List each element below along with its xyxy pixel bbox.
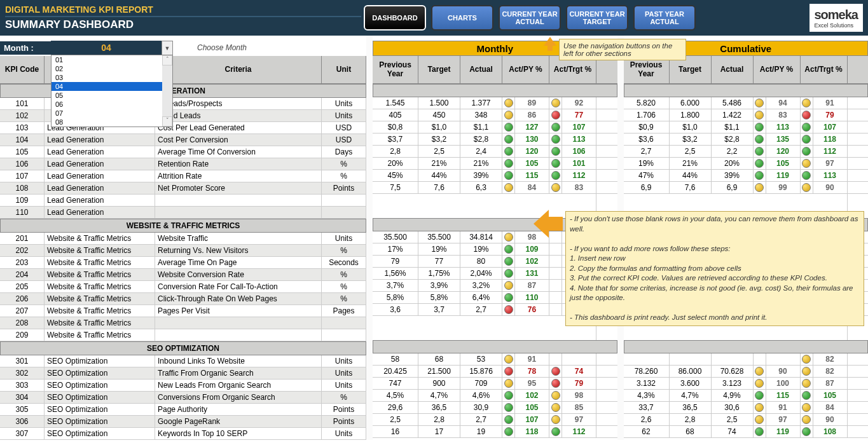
nav-dashboard[interactable]: DASHBOARD: [364, 5, 426, 31]
status-dot: [802, 427, 811, 436]
kpi-criteria: Cost Per Lead Generated: [155, 122, 322, 134]
kpi-category: Website & Traffic Metrics: [45, 245, 155, 257]
dropdown-toggle[interactable]: ▼: [162, 41, 173, 56]
kpi-code: 107: [0, 170, 45, 182]
data-row: 5.8206.0005.4869491: [624, 97, 869, 109]
scroll-up-icon[interactable]: ˄: [162, 55, 172, 65]
kpi-code: 105: [0, 146, 45, 158]
kpi-category: SEO Optimization: [45, 392, 155, 404]
table-row: 306SEO OptimizationGoogle PageRankPoints: [0, 416, 366, 428]
data-row: 33,736,530,69184: [624, 402, 869, 414]
nav-current-year-target[interactable]: CURRENT YEAR TARGET: [566, 5, 628, 31]
nav-charts[interactable]: CHARTS: [431, 5, 493, 31]
status-dot: [802, 111, 811, 120]
kpi-code: 202: [0, 245, 45, 257]
status-dot: [551, 171, 560, 180]
table-row: 301SEO OptimizationInbound Links To Webs…: [0, 355, 366, 367]
kpi-code: 109: [0, 195, 45, 207]
table-row: 205Website & Traffic MetricsConversion R…: [0, 281, 366, 293]
kpi-code: 106: [0, 158, 45, 170]
month-option[interactable]: 01: [52, 55, 172, 64]
kpi-category: SEO Optimization: [45, 416, 155, 428]
kpi-code: 206: [0, 293, 45, 305]
table-row: 304SEO OptimizationConversions From Orga…: [0, 392, 366, 404]
month-option[interactable]: 02: [52, 64, 172, 73]
data-row: 7,57,66,38483: [373, 182, 617, 194]
kpi-criteria: Returning Vs. New Visitors: [155, 245, 322, 257]
kpi-unit: Points: [322, 182, 366, 195]
kpi-criteria: Google PageRank: [155, 416, 322, 428]
kpi-code: 207: [0, 305, 45, 317]
kpi-criteria: Average Time On Page: [155, 257, 322, 269]
month-option[interactable]: 06: [52, 100, 172, 109]
empty-row: [624, 194, 869, 206]
arrow-left-icon: [534, 209, 563, 238]
kpi-criteria: Website Conversion Rate: [155, 269, 322, 281]
status-dot: [755, 415, 764, 424]
month-dropdown[interactable]: 04 ▼: [51, 41, 162, 55]
kpi-unit: Units: [322, 98, 366, 110]
kpi-code: 307: [0, 428, 45, 440]
month-option[interactable]: 07: [52, 109, 172, 118]
kpi-category: Lead Generation: [45, 207, 155, 219]
kpi-unit: %: [322, 170, 366, 182]
kpi-category: Website & Traffic Metrics: [45, 293, 155, 305]
dropdown-scrollbar[interactable]: ˄ ˅: [162, 55, 172, 127]
status-dot: [551, 379, 560, 388]
month-option[interactable]: 08: [52, 118, 172, 127]
kpi-unit: [322, 329, 366, 341]
kpi-category: Lead Generation: [45, 170, 155, 182]
data-row: 7479007099579: [373, 378, 617, 390]
data-row: 161719118112: [373, 426, 617, 438]
nav-past-year-actual[interactable]: PAST YEAR ACTUAL: [633, 5, 696, 31]
table-row: 209Website & Traffic Metrics: [0, 329, 366, 341]
status-dot: [755, 99, 764, 107]
status-dot: [551, 391, 560, 400]
status-dot: [551, 183, 560, 192]
month-option[interactable]: 04: [52, 82, 172, 91]
kpi-code: 103: [0, 122, 45, 134]
status-dot: [551, 123, 560, 132]
data-row: 1.5451.5001.3778992: [373, 97, 617, 109]
data-row: $0,9$1,0$1,1113107: [624, 121, 869, 134]
month-option[interactable]: 05: [52, 91, 172, 100]
table-row: 107Lead GenerationAttrition Rate%: [0, 170, 366, 182]
month-option[interactable]: 03: [52, 73, 172, 82]
kpi-code: 209: [0, 329, 45, 341]
kpi-criteria: Attrition Rate: [155, 170, 322, 182]
status-dot: [504, 111, 513, 120]
kpi-criteria: [155, 317, 322, 329]
data-row: 20.42521.50015.8767874: [373, 366, 617, 378]
table-row: 302SEO OptimizationTraffic From Organic …: [0, 367, 366, 380]
kpi-unit: Seconds: [322, 257, 366, 269]
kpi-category: Website & Traffic Metrics: [45, 257, 155, 269]
status-dot: [755, 391, 764, 400]
kpi-criteria: Inbound Links To Website: [155, 355, 322, 367]
status-dot: [755, 183, 764, 192]
table-row: 303SEO OptimizationNew Leads From Organi…: [0, 380, 366, 392]
data-row: 2,62,82,59790: [624, 414, 869, 426]
status-dot: [802, 355, 811, 364]
dashboard-subtitle: SUMMARY DASHBOARD: [5, 16, 361, 31]
kpi-unit: USD: [322, 122, 366, 134]
kpi-code: 101: [0, 98, 45, 110]
table-row: 206Website & Traffic MetricsClick-Throug…: [0, 293, 366, 305]
kpi-criteria: alified Leads: [155, 110, 322, 122]
month-label: Month :: [0, 41, 51, 55]
kpi-unit: [322, 195, 366, 207]
kpi-code: 108: [0, 182, 45, 195]
kpi-category: Website & Traffic Metrics: [45, 317, 155, 329]
kpi-criteria: Cost Per Conversion: [155, 134, 322, 146]
data-row: 19%21%20%10597: [624, 158, 869, 170]
table-row: 202Website & Traffic MetricsReturning Vs…: [0, 245, 366, 257]
kpi-code: 104: [0, 134, 45, 146]
kpi-unit: %: [322, 158, 366, 170]
scroll-down-icon[interactable]: ˅: [162, 116, 172, 127]
kpi-criteria: [155, 195, 322, 207]
data-row: 58685391: [373, 353, 617, 366]
kpi-code: 110: [0, 207, 45, 219]
month-dropdown-list[interactable]: 0102030405060708 ˄ ˅: [51, 55, 173, 127]
kpi-unit: Points: [322, 416, 366, 428]
nav-current-year-actual[interactable]: CURRENT YEAR ACTUAL: [499, 5, 561, 31]
status-dot: [802, 403, 811, 412]
